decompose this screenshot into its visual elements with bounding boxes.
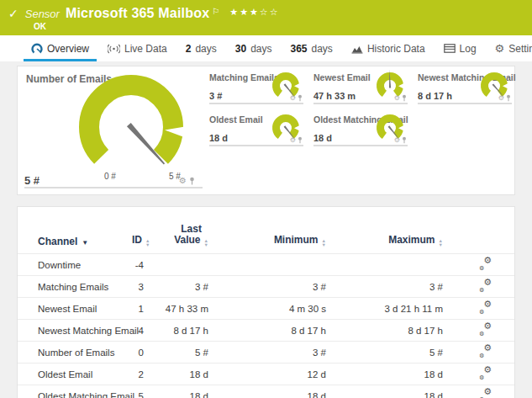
cell-last-value: 8 d 17 h: [144, 326, 208, 336]
cell-id: 4: [132, 326, 144, 336]
channel-settings-icon[interactable]: ⚙⚙: [479, 280, 492, 292]
table-body: Downtime -4 ⚙⚙ Matching Emails 3 3 # 3 #…: [18, 253, 514, 398]
gear-icon[interactable]: ⚙: [290, 137, 296, 144]
tab-historic-data[interactable]: Historic Data: [342, 35, 435, 61]
settings-gear-icon: ⚙: [495, 43, 505, 54]
tab-bar: Overview Live Data 2days 30days 365days …: [0, 35, 532, 61]
channel-settings-icon[interactable]: ⚙⚙: [479, 346, 492, 358]
cell-id: 5: [132, 391, 144, 398]
gauges-panel: Number of Emails 0 # 5 # 5 # ⚙ Matching …: [17, 66, 515, 195]
main-gauge: [51, 66, 211, 191]
cell-channel: Newest Matching Email: [38, 326, 132, 336]
cell-id: 0: [132, 348, 144, 358]
table-row[interactable]: Number of Emails 0 5 # 3 # 5 # ⚙⚙: [18, 341, 514, 363]
cell-minimum: 18 d: [208, 391, 326, 398]
cell-maximum: 18 d: [326, 369, 443, 379]
main-gauge-value: 5 #: [24, 174, 40, 187]
mini-gauge-value: 47 h 33 m: [313, 91, 356, 101]
tab-settings[interactable]: ⚙ Settings: [486, 35, 532, 61]
table-row[interactable]: Downtime -4 ⚙⚙: [18, 253, 514, 275]
pin-icon[interactable]: [298, 94, 303, 102]
cell-minimum: 3 #: [208, 282, 326, 292]
cell-last-value: 47 h 33 m: [144, 304, 208, 314]
sensor-header: ✓ Sensor Microsoft 365 Mailbox ⚐ ★★★☆☆ O…: [0, 0, 532, 35]
sensor-type-label: Sensor: [25, 8, 60, 20]
cell-maximum: 5 #: [326, 348, 443, 358]
gear-icon[interactable]: ⚙: [290, 95, 296, 102]
cell-channel: Oldest Email: [38, 369, 132, 379]
tab-live-data[interactable]: Live Data: [98, 35, 176, 61]
divider: [24, 187, 203, 188]
pin-icon[interactable]: [298, 136, 303, 144]
cell-channel: Matching Emails: [38, 282, 132, 292]
mini-gauge-title: Oldest Email: [209, 114, 263, 125]
cell-minimum: 4 m 30 s: [208, 304, 326, 314]
status-check-icon: ✓: [8, 7, 18, 20]
column-header-minimum[interactable]: Minimum▲▼: [208, 234, 326, 247]
mini-gauge-cell: Matching Emails 3 # ⚙: [209, 72, 303, 104]
cell-channel: Number of Emails: [38, 348, 132, 358]
cell-channel: Downtime: [38, 260, 132, 270]
table-header-row: Channel▼ ID▲▼ LastValue▲▼ Minimum▲▼ Maxi…: [18, 207, 514, 253]
gear-icon[interactable]: ⚙: [394, 95, 400, 102]
pin-icon[interactable]: [402, 94, 407, 102]
antenna-icon: [108, 44, 120, 54]
cell-id: 3: [132, 282, 144, 292]
table-row[interactable]: Newest Email 1 47 h 33 m 4 m 30 s 3 d 21…: [18, 297, 514, 319]
cell-minimum: 8 d 17 h: [208, 326, 326, 336]
sensor-title: Microsoft 365 Mailbox: [66, 6, 209, 21]
column-header-maximum[interactable]: Maximum▲▼: [326, 234, 443, 247]
gear-icon[interactable]: ⚙: [498, 95, 504, 102]
log-icon: [444, 44, 456, 53]
table-row[interactable]: Oldest Matching Email 5 18 d 18 d 18 d ⚙…: [18, 385, 514, 398]
gauge-scale-min: 0 #: [104, 172, 116, 181]
cell-channel: Oldest Matching Email: [38, 391, 132, 398]
column-header-channel[interactable]: Channel▼: [38, 236, 132, 247]
channel-settings-icon[interactable]: ⚙⚙: [479, 258, 492, 270]
channel-settings-icon[interactable]: ⚙⚙: [479, 324, 492, 336]
sort-caret-icon: ▼: [82, 239, 88, 247]
flag-icon[interactable]: ⚐: [212, 7, 219, 16]
mini-gauge-cell: Newest Matching Email 8 d 17 h ⚙: [418, 72, 512, 104]
priority-stars[interactable]: ★★★☆☆: [229, 7, 279, 18]
sort-icon: ▲▼: [439, 239, 443, 247]
cell-last-value: 18 d: [144, 391, 208, 398]
table-row[interactable]: Matching Emails 3 3 # 3 # 3 # ⚙⚙: [18, 275, 514, 297]
cell-last-value: 3 #: [144, 282, 208, 292]
channel-settings-icon[interactable]: ⚙⚙: [479, 390, 492, 398]
prtg-sensor-page: ✓ Sensor Microsoft 365 Mailbox ⚐ ★★★☆☆ O…: [0, 0, 532, 398]
channel-settings-icon[interactable]: ⚙⚙: [479, 368, 492, 379]
cell-id: 1: [132, 304, 144, 314]
tab-365-days[interactable]: 365days: [281, 35, 341, 61]
mini-gauge-cell: Oldest Email 18 d ⚙: [209, 114, 303, 146]
gear-icon[interactable]: ⚙: [394, 137, 400, 144]
column-header-last-value[interactable]: LastValue▲▼: [144, 224, 208, 247]
cell-id: -4: [132, 260, 144, 270]
mini-gauge-value: 3 #: [209, 91, 222, 101]
cell-maximum: 18 d: [326, 391, 443, 398]
status-badge: OK: [34, 22, 46, 31]
tab-2-days[interactable]: 2days: [176, 35, 226, 61]
pin-icon[interactable]: [506, 94, 511, 102]
column-header-id[interactable]: ID▲▼: [132, 234, 144, 247]
mini-gauge-cell: Newest Email 47 h 33 m ⚙: [313, 72, 408, 104]
pin-icon[interactable]: [189, 177, 195, 185]
mini-gauge-value: 18 d: [209, 133, 228, 143]
tab-log[interactable]: Log: [435, 35, 486, 61]
mini-gauge-title: Newest Email: [313, 72, 371, 82]
cell-minimum: 3 #: [208, 348, 326, 358]
gear-icon[interactable]: ⚙: [179, 177, 187, 185]
chart-icon: [351, 44, 363, 54]
mini-gauge-row-2: Oldest Email 18 d ⚙ Oldest Matching Emai…: [209, 114, 418, 146]
table-row[interactable]: Oldest Email 2 18 d 12 d 18 d ⚙⚙: [18, 363, 514, 385]
tab-overview[interactable]: Overview: [22, 35, 98, 61]
cell-maximum: 8 d 17 h: [326, 326, 443, 336]
tab-30-days[interactable]: 30days: [226, 35, 282, 61]
pin-icon[interactable]: [402, 136, 407, 144]
cell-last-value: 18 d: [144, 369, 208, 379]
table-row[interactable]: Newest Matching Email 4 8 d 17 h 8 d 17 …: [18, 319, 514, 341]
cell-maximum: 3 #: [326, 282, 443, 292]
cell-minimum: 12 d: [208, 369, 326, 379]
channel-settings-icon[interactable]: ⚙⚙: [479, 302, 492, 314]
mini-gauge-value: 8 d 17 h: [418, 91, 452, 101]
